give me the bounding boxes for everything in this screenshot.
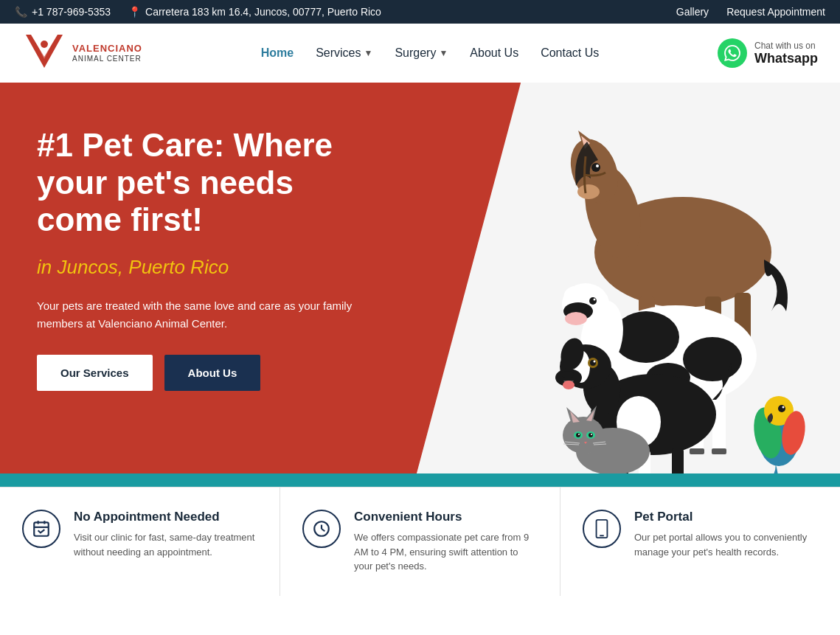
- feature-pet-portal-title: Pet Portal: [634, 510, 818, 524]
- nav-surgery[interactable]: Surgery: [395, 46, 436, 60]
- svg-point-27: [565, 312, 587, 325]
- hero-content: #1 Pet Care: Where your pet's needs come…: [0, 83, 413, 473]
- svg-point-10: [591, 163, 600, 172]
- nav-home[interactable]: Home: [261, 46, 294, 60]
- svg-point-45: [562, 371, 574, 378]
- svg-point-22: [683, 337, 742, 381]
- feature-pet-portal-text: Pet Portal Our pet portal allows you to …: [634, 510, 818, 559]
- svg-line-83: [322, 529, 324, 531]
- svg-rect-77: [34, 522, 49, 535]
- feature-pet-portal: Pet Portal Our pet portal allows you to …: [560, 487, 840, 596]
- logo-area[interactable]: VALENCIANO ANIMAL CENTER: [22, 31, 142, 75]
- top-bar-right: Gallery Request Appointment: [676, 6, 825, 18]
- nav-services-dropdown[interactable]: Services ▼: [316, 46, 372, 60]
- svg-point-55: [563, 417, 604, 454]
- hero-location: in Juncos, Puerto Rico: [37, 252, 354, 283]
- location-icon: 📍: [128, 6, 141, 18]
- clock-icon: [302, 510, 341, 548]
- whatsapp-area[interactable]: Chat with us on Whatsapp: [718, 38, 818, 68]
- svg-point-62: [578, 434, 580, 435]
- hero-description: Your pets are treated with the same love…: [37, 297, 354, 333]
- nav-links: Home Services ▼ Surgery ▼ About Us Conta…: [164, 46, 695, 60]
- svg-point-75: [782, 406, 784, 409]
- address-contact: 📍 Carretera 183 km 16.4, Juncos, 00777, …: [128, 6, 381, 18]
- whatsapp-name: Whatsapp: [754, 51, 818, 66]
- feature-no-appointment-title: No Appointment Needed: [74, 510, 257, 524]
- our-services-button[interactable]: Our Services: [37, 355, 153, 391]
- feature-no-appointment-text: No Appointment Needed Visit our clinic f…: [74, 510, 257, 559]
- nav-surgery-dropdown[interactable]: Surgery ▼: [395, 46, 448, 60]
- svg-point-65: [591, 434, 592, 435]
- svg-point-49: [593, 361, 595, 363]
- whatsapp-text: Chat with us on Whatsapp: [754, 41, 818, 66]
- feature-convenient-hours-text: Convenient Hours We offers compassionate…: [354, 510, 538, 574]
- top-bar-left: 📞 +1 787-969-5353 📍 Carretera 183 km 16.…: [15, 6, 381, 18]
- whatsapp-svg: [724, 45, 740, 61]
- brand-logo: [22, 31, 66, 75]
- nav-services[interactable]: Services: [316, 46, 361, 60]
- services-chevron-icon: ▼: [364, 48, 373, 58]
- address-text: Carretera 183 km 16.4, Juncos, 00777, Pu…: [145, 6, 381, 18]
- svg-marker-0: [26, 35, 63, 68]
- whatsapp-icon: [718, 38, 747, 68]
- phone-icon: 📞: [15, 6, 27, 18]
- svg-point-29: [593, 299, 595, 301]
- svg-point-46: [563, 381, 575, 389]
- phone-number: +1 787-969-5353: [32, 6, 111, 18]
- nav-about-us[interactable]: About Us: [470, 46, 518, 60]
- chat-label: Chat with us on: [754, 41, 818, 51]
- feature-no-appointment: No Appointment Needed Visit our clinic f…: [0, 487, 280, 596]
- feature-pet-portal-desc: Our pet portal allows you to convenientl…: [634, 530, 818, 559]
- logo-text: VALENCIANO ANIMAL CENTER: [72, 43, 142, 63]
- calendar-check-icon: [22, 510, 60, 548]
- brand-name: VALENCIANO: [72, 43, 142, 55]
- feature-convenient-hours-desc: We offers compassionate pet care from 9 …: [354, 530, 538, 574]
- top-bar: 📞 +1 787-969-5353 📍 Carretera 183 km 16.…: [0, 0, 840, 24]
- svg-point-21: [613, 311, 679, 363]
- surgery-chevron-icon: ▼: [439, 48, 448, 58]
- hero-section: #1 Pet Care: Where your pet's needs come…: [0, 83, 840, 473]
- mobile-icon: [583, 510, 621, 548]
- svg-point-64: [589, 433, 593, 437]
- nav-contact-us[interactable]: Contact Us: [541, 46, 599, 60]
- phone-contact: 📞 +1 787-969-5353: [15, 6, 111, 18]
- gallery-link[interactable]: Gallery: [676, 6, 709, 18]
- teal-divider: [0, 473, 840, 487]
- hero-headline: #1 Pet Care: Where your pet's needs come…: [37, 127, 383, 239]
- navbar: VALENCIANO ANIMAL CENTER Home Services ▼…: [0, 24, 840, 83]
- request-appointment-link[interactable]: Request Appointment: [726, 6, 825, 18]
- svg-point-9: [577, 184, 600, 199]
- svg-rect-37: [690, 448, 704, 454]
- feature-no-appointment-desc: Visit our clinic for fast, same-day trea…: [74, 530, 257, 559]
- svg-rect-38: [712, 448, 726, 454]
- feature-convenient-hours: Convenient Hours We offers compassionate…: [280, 487, 560, 596]
- svg-point-11: [596, 164, 599, 167]
- svg-point-28: [589, 297, 597, 305]
- feature-convenient-hours-title: Convenient Hours: [354, 510, 538, 524]
- svg-point-74: [778, 405, 785, 412]
- hero-buttons: Our Services About Us: [37, 355, 383, 391]
- about-us-button[interactable]: About Us: [164, 355, 261, 391]
- svg-point-61: [576, 433, 580, 437]
- brand-sub: ANIMAL CENTER: [72, 55, 142, 63]
- svg-rect-53: [672, 448, 684, 473]
- features-section: No Appointment Needed Visit our clinic f…: [0, 487, 840, 596]
